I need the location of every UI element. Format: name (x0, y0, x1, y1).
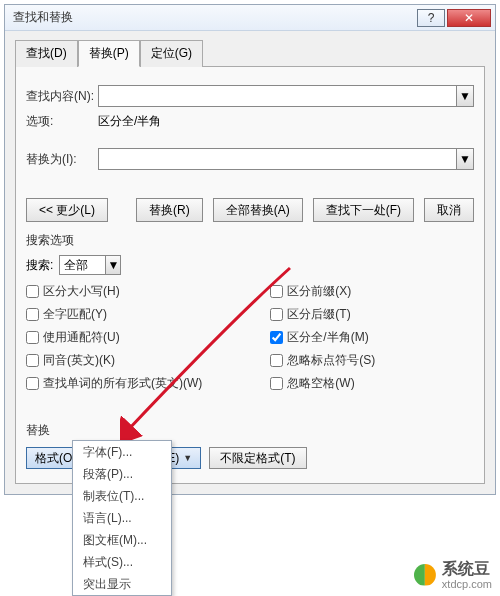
options-value: 区分全/半角 (98, 113, 161, 130)
checkbox-option[interactable]: 同音(英文)(K) (26, 352, 270, 369)
format-button-label: 格式(O) (35, 450, 76, 467)
tab-goto[interactable]: 定位(G) (140, 40, 203, 67)
checkbox-input[interactable] (270, 354, 283, 367)
button-row: << 更少(L) 替换(R) 全部替换(A) 查找下一处(F) 取消 (26, 198, 474, 222)
checkbox-input[interactable] (26, 354, 39, 367)
format-menu-item[interactable]: 段落(P)... (73, 463, 171, 485)
checkbox-input[interactable] (26, 285, 39, 298)
tab-panel: 查找内容(N): ▼ 选项: 区分全/半角 替换为(I): ▼ << 更少(L) (15, 66, 485, 484)
checkbox-input[interactable] (26, 331, 39, 344)
close-icon: ✕ (464, 11, 474, 25)
checkbox-option[interactable]: 查找单词的所有形式(英文)(W) (26, 375, 270, 392)
replace-dropdown[interactable]: ▼ (456, 148, 474, 170)
checkbox-col-right: 区分前缀(X)区分后缀(T)区分全/半角(M)忽略标点符号(S)忽略空格(W) (270, 283, 474, 392)
format-menu-item[interactable]: 图文框(M)... (73, 529, 171, 551)
replace-label: 替换为(I): (26, 151, 98, 168)
checkbox-option[interactable]: 忽略空格(W) (270, 375, 474, 392)
chevron-down-icon: ▼ (459, 89, 471, 103)
tab-replace[interactable]: 替换(P) (78, 40, 140, 67)
checkbox-label: 区分全/半角(M) (287, 329, 368, 346)
format-menu-item[interactable]: 字体(F)... (73, 441, 171, 463)
checkbox-label: 区分大小写(H) (43, 283, 120, 300)
replace-combo: ▼ (98, 148, 474, 170)
tab-strip: 查找(D) 替换(P) 定位(G) (15, 39, 485, 66)
checkbox-option[interactable]: 区分后缀(T) (270, 306, 474, 323)
find-combo: ▼ (98, 85, 474, 107)
find-dropdown[interactable]: ▼ (456, 85, 474, 107)
find-next-button[interactable]: 查找下一处(F) (313, 198, 414, 222)
format-menu-item[interactable]: 语言(L)... (73, 507, 171, 529)
dialog-title: 查找和替换 (13, 9, 415, 26)
search-direction-row: 搜索: ▼ (26, 255, 474, 275)
checkbox-input[interactable] (270, 308, 283, 321)
find-replace-dialog: 查找和替换 ? ✕ 查找(D) 替换(P) 定位(G) 查找内容(N): ▼ 选… (4, 4, 496, 495)
no-format-button[interactable]: 不限定格式(T) (209, 447, 306, 469)
watermark-domain: xtdcp.com (442, 578, 492, 590)
find-input[interactable] (98, 85, 456, 107)
format-menu-item[interactable]: 样式(S)... (73, 551, 171, 573)
checkbox-option[interactable]: 使用通配符(U) (26, 329, 270, 346)
search-direction-label: 搜索: (26, 257, 53, 274)
watermark-logo-icon (414, 564, 436, 586)
search-direction-dropdown[interactable]: ▼ (105, 255, 121, 275)
titlebar[interactable]: 查找和替换 ? ✕ (5, 5, 495, 31)
checkbox-input[interactable] (270, 377, 283, 390)
search-direction-select: ▼ (59, 255, 121, 275)
replace-section-caption: 替换 (26, 422, 474, 439)
checkbox-option[interactable]: 区分全/半角(M) (270, 329, 474, 346)
format-menu-item[interactable]: 制表位(T)... (73, 485, 171, 507)
options-row: 选项: 区分全/半角 (26, 113, 474, 130)
replace-row: 替换为(I): ▼ (26, 148, 474, 170)
checkbox-label: 同音(英文)(K) (43, 352, 115, 369)
find-row: 查找内容(N): ▼ (26, 85, 474, 107)
checkbox-label: 忽略标点符号(S) (287, 352, 375, 369)
help-icon: ? (428, 11, 435, 25)
checkbox-input[interactable] (270, 331, 283, 344)
watermark-brand: 系统豆 (442, 560, 490, 577)
checkbox-label: 区分后缀(T) (287, 306, 350, 323)
chevron-down-icon: ▼ (459, 152, 471, 166)
replace-input[interactable] (98, 148, 456, 170)
checkbox-input[interactable] (26, 308, 39, 321)
close-button[interactable]: ✕ (447, 9, 491, 27)
search-options-caption: 搜索选项 (26, 232, 474, 249)
checkbox-label: 区分前缀(X) (287, 283, 351, 300)
dialog-body: 查找(D) 替换(P) 定位(G) 查找内容(N): ▼ 选项: 区分全/半角 … (5, 31, 495, 494)
checkbox-label: 忽略空格(W) (287, 375, 354, 392)
search-direction-input[interactable] (59, 255, 105, 275)
replace-button[interactable]: 替换(R) (136, 198, 203, 222)
tab-find[interactable]: 查找(D) (15, 40, 78, 67)
checkbox-option[interactable]: 区分大小写(H) (26, 283, 270, 300)
format-menu: 字体(F)...段落(P)...制表位(T)...语言(L)...图文框(M).… (72, 440, 172, 596)
checkbox-grid: 区分大小写(H)全字匹配(Y)使用通配符(U)同音(英文)(K)查找单词的所有形… (26, 283, 474, 392)
checkbox-option[interactable]: 区分前缀(X) (270, 283, 474, 300)
watermark: 系统豆 xtdcp.com (414, 559, 492, 590)
chevron-down-icon: ▼ (183, 453, 192, 463)
cancel-button[interactable]: 取消 (424, 198, 474, 222)
checkbox-option[interactable]: 全字匹配(Y) (26, 306, 270, 323)
chevron-down-icon: ▼ (107, 258, 119, 272)
checkbox-label: 全字匹配(Y) (43, 306, 107, 323)
checkbox-label: 使用通配符(U) (43, 329, 120, 346)
help-button[interactable]: ? (417, 9, 445, 27)
checkbox-input[interactable] (270, 285, 283, 298)
watermark-text: 系统豆 xtdcp.com (442, 559, 492, 590)
replace-all-button[interactable]: 全部替换(A) (213, 198, 303, 222)
format-menu-item[interactable]: 突出显示 (73, 573, 171, 595)
find-label: 查找内容(N): (26, 88, 98, 105)
checkbox-label: 查找单词的所有形式(英文)(W) (43, 375, 202, 392)
less-button[interactable]: << 更少(L) (26, 198, 108, 222)
checkbox-option[interactable]: 忽略标点符号(S) (270, 352, 474, 369)
checkbox-input[interactable] (26, 377, 39, 390)
checkbox-col-left: 区分大小写(H)全字匹配(Y)使用通配符(U)同音(英文)(K)查找单词的所有形… (26, 283, 270, 392)
options-label: 选项: (26, 113, 98, 130)
